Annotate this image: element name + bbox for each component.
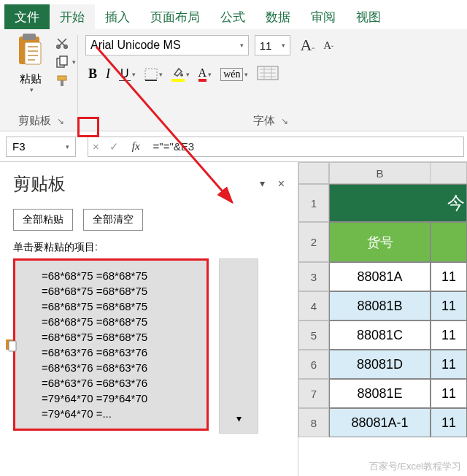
data-cell[interactable]: 88081D	[329, 350, 431, 379]
row-header-1[interactable]: 1	[298, 184, 329, 222]
data-cell[interactable]: 88081C	[329, 320, 431, 350]
tab-review[interactable]: 审阅	[301, 4, 346, 29]
svg-line-14	[96, 47, 232, 202]
dropdown-icon: ▾	[236, 412, 242, 424]
data-cell-partial[interactable]: 11	[431, 408, 467, 437]
clip-line: =79*64*70 =...	[20, 406, 202, 421]
data-cell[interactable]: 88081A-1	[329, 408, 431, 437]
data-cell-partial[interactable]: 11	[431, 262, 467, 291]
data-cell-partial[interactable]: 11	[431, 291, 467, 320]
clipboard-item-icon	[4, 337, 18, 354]
decrease-font-button[interactable]: Aˇ	[323, 39, 333, 52]
clip-line: =68*63*76 =68*63*76	[20, 345, 202, 360]
row-header-2[interactable]: 2	[298, 222, 329, 262]
data-cell[interactable]: 88081B	[329, 291, 431, 320]
clip-line: =68*63*76 =68*63*76	[20, 360, 202, 375]
clip-line: =68*68*75 =68*68*75	[20, 314, 202, 329]
title-merged-cell[interactable]: 今	[329, 184, 467, 222]
row-header[interactable]: 3	[298, 262, 329, 291]
row-header[interactable]: 6	[298, 350, 329, 379]
clip-line: =68*68*75 =68*68*75	[20, 299, 202, 314]
data-cell[interactable]: 88081A	[329, 262, 431, 291]
workspace: 剪贴板 ▾ × 全部粘贴 全部清空 单击要粘贴的项目: =68*68*75 =6…	[0, 162, 467, 476]
watermark: 百家号/Excel教程学习	[369, 460, 461, 473]
increase-font-button[interactable]: Aˆ	[301, 36, 315, 55]
clip-line: =68*68*75 =68*68*75	[20, 329, 202, 345]
row-header[interactable]: 5	[298, 320, 329, 350]
header-cell-b[interactable]: 货号	[329, 222, 431, 262]
clipboard-pane: 剪贴板 ▾ × 全部粘贴 全部清空 单击要粘贴的项目: =68*68*75 =6…	[0, 162, 298, 476]
header-cell-partial[interactable]	[431, 222, 467, 262]
data-cell[interactable]: 88081E	[329, 379, 431, 408]
annotation-arrow	[0, 0, 293, 301]
col-header-b[interactable]: B	[329, 162, 431, 184]
tab-view[interactable]: 视图	[346, 4, 391, 29]
clip-line: =68*63*76 =68*63*76	[20, 375, 202, 391]
spreadsheet-grid: B 1 今 2 货号 388081A11488081B11588081C1168…	[298, 162, 467, 476]
col-header-partial[interactable]	[431, 162, 467, 184]
corner-cell[interactable]	[298, 162, 329, 184]
row-header[interactable]: 8	[298, 408, 329, 437]
data-cell-partial[interactable]: 11	[431, 379, 467, 408]
data-cell-partial[interactable]: 11	[431, 350, 467, 379]
row-header[interactable]: 4	[298, 291, 329, 320]
row-header[interactable]: 7	[298, 379, 329, 408]
data-cell-partial[interactable]: 11	[431, 320, 467, 350]
svg-rect-13	[9, 341, 16, 351]
clip-line: =79*64*70 =79*64*70	[20, 391, 202, 406]
